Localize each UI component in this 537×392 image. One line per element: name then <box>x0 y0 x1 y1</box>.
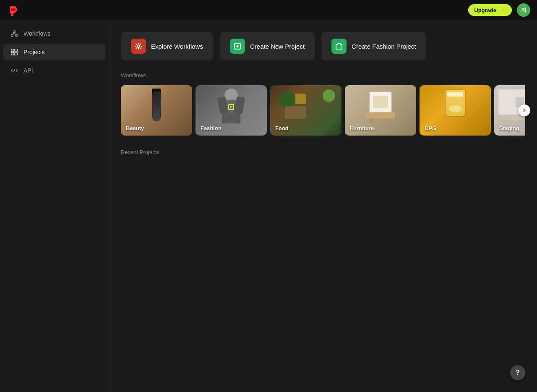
sidebar: Workflows Projects API <box>0 20 109 392</box>
svg-rect-5 <box>11 49 14 52</box>
create-fashion-project-label: Create Fashion Project <box>352 43 416 50</box>
workflow-card-fashion[interactable]: F Fashion <box>196 85 267 136</box>
workflow-cards: Beauty F Fashion <box>121 85 525 136</box>
api-icon <box>10 66 18 75</box>
explore-icon <box>131 39 146 54</box>
svg-line-18 <box>136 48 137 49</box>
svg-point-10 <box>137 45 140 47</box>
cpg-card-label: CPG <box>425 125 436 131</box>
sidebar-label-api: API <box>23 67 33 74</box>
sidebar-item-workflows[interactable]: Workflows <box>3 25 105 42</box>
workflow-cards-container: Beauty F Fashion <box>121 85 525 136</box>
upgrade-button[interactable]: Upgrade ⚡ <box>468 4 512 16</box>
content-area: Explore Workflows Create New Project <box>109 20 537 392</box>
svg-line-16 <box>140 48 141 49</box>
svg-rect-6 <box>15 49 17 52</box>
svg-line-9 <box>13 69 15 73</box>
recent-projects-label: Recent Projects <box>121 149 525 155</box>
topbar: Upgrade ⚡ 지 <box>0 0 537 20</box>
svg-rect-8 <box>15 52 17 55</box>
avatar[interactable]: 지 <box>517 3 530 17</box>
help-button[interactable]: ? <box>510 365 525 380</box>
cpg-cup-decoration <box>445 89 466 117</box>
sidebar-label-projects: Projects <box>23 49 45 55</box>
svg-line-3 <box>13 33 14 34</box>
upgrade-icon: ⚡ <box>499 7 506 13</box>
svg-point-1 <box>11 34 13 37</box>
fashion-project-icon <box>331 39 347 54</box>
svg-line-17 <box>140 44 141 45</box>
workflow-card-cpg[interactable]: CPG <box>420 85 491 136</box>
workflows-icon <box>10 29 18 38</box>
create-new-project-label: Create New Project <box>250 43 305 50</box>
topbar-right: Upgrade ⚡ 지 <box>468 3 530 17</box>
staging-card-label: Staging <box>499 125 519 131</box>
carousel-next-button[interactable] <box>519 105 530 116</box>
food-card-label: Food <box>275 125 289 131</box>
sidebar-item-api[interactable]: API <box>3 62 105 79</box>
logo[interactable] <box>7 3 20 17</box>
svg-rect-7 <box>11 52 14 55</box>
projects-icon <box>10 48 18 56</box>
explore-workflows-label: Explore Workflows <box>151 43 203 50</box>
workflow-card-beauty[interactable]: Beauty <box>121 85 192 136</box>
new-project-icon <box>230 39 245 54</box>
action-buttons: Explore Workflows Create New Project <box>121 32 525 60</box>
svg-point-2 <box>16 34 18 37</box>
sidebar-item-projects[interactable]: Projects <box>3 44 105 60</box>
workflow-card-food[interactable]: Food <box>270 85 341 136</box>
main-layout: Workflows Projects API <box>0 20 537 392</box>
explore-workflows-button[interactable]: Explore Workflows <box>121 32 213 60</box>
create-fashion-project-button[interactable]: Create Fashion Project <box>321 32 426 60</box>
upgrade-label: Upgrade <box>474 7 496 13</box>
svg-line-4 <box>14 33 16 34</box>
svg-point-0 <box>13 31 15 33</box>
furniture-card-label: Furniture <box>350 125 374 131</box>
svg-line-15 <box>136 44 137 45</box>
fashion-card-label: Fashion <box>201 125 222 131</box>
workflows-section-label: Workflows <box>121 72 525 78</box>
beauty-card-label: Beauty <box>126 125 144 131</box>
create-new-project-button[interactable]: Create New Project <box>220 32 315 60</box>
workflow-card-furniture[interactable]: Furniture <box>345 85 416 136</box>
sidebar-label-workflows: Workflows <box>23 30 50 37</box>
